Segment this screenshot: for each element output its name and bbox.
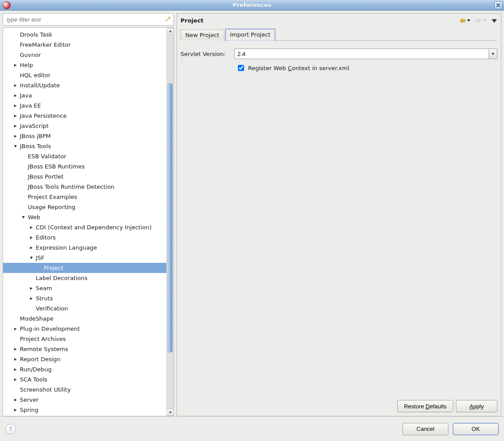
cancel-button[interactable]: Cancel (402, 423, 448, 435)
tree-item[interactable]: Project Archives (3, 334, 166, 344)
tree-item-label: Drools Task (18, 31, 53, 38)
tree-item-label: ESB Validator (26, 153, 66, 160)
tree-twisty-closed-icon[interactable] (13, 123, 18, 129)
tree-twisty-closed-icon[interactable] (29, 244, 34, 251)
servlet-version-input[interactable] (234, 49, 489, 59)
tree-item[interactable]: Report Design (3, 354, 166, 364)
register-context-label: Register Web Context in server.xml (248, 65, 349, 71)
tree-item[interactable]: ModeShape (3, 314, 166, 324)
tree-item[interactable]: Spring (3, 405, 166, 415)
tree-twisty-open-icon[interactable] (21, 214, 26, 220)
tree-item[interactable]: JBoss ESB Runtimes (3, 161, 166, 172)
svg-marker-8 (14, 135, 17, 138)
tree-item[interactable]: Struts (3, 293, 166, 303)
tree-item[interactable]: Project Examples (3, 192, 166, 202)
tree-item[interactable]: Drools Task (3, 30, 166, 40)
tree-item[interactable]: ESB Validator (3, 151, 166, 161)
tree-item[interactable]: JBoss Tools (3, 141, 166, 151)
tree-item[interactable]: Screenshot Utility (3, 385, 166, 395)
button-label: Cancel (417, 426, 434, 432)
tree-item[interactable]: JBoss Portlet (3, 172, 166, 182)
tree-twisty-closed-icon[interactable] (13, 376, 18, 383)
tree-container: Drools TaskFreeMarker EditorGuvnorHelpHQ… (3, 27, 174, 416)
tree-twisty-open-icon[interactable] (29, 254, 34, 261)
tab-label: New Project (185, 32, 219, 38)
tree-item[interactable]: CDI (Context and Dependency Injection) (3, 222, 166, 232)
tree-item[interactable]: Seam (3, 283, 166, 293)
tree-twisty-open-icon[interactable] (13, 143, 18, 149)
tree-scrollbar[interactable] (166, 28, 173, 416)
svg-marker-2 (14, 64, 17, 67)
help-button[interactable]: ? (5, 424, 16, 434)
tree-item[interactable]: JSF (3, 253, 166, 263)
tab-new-project[interactable]: New Project (181, 30, 224, 41)
label-part: Restore (404, 403, 425, 410)
scroll-up-icon[interactable] (167, 28, 173, 35)
tree-twisty-closed-icon[interactable] (13, 92, 18, 99)
tree-twisty-closed-icon[interactable] (13, 325, 18, 332)
svg-marker-5 (14, 105, 17, 107)
tree-twisty-closed-icon[interactable] (13, 407, 18, 413)
nav-forward-button[interactable] (475, 17, 487, 24)
tree-item[interactable]: Expression Language (3, 243, 166, 253)
scroll-track[interactable] (167, 35, 173, 409)
tree-twisty-closed-icon[interactable] (29, 295, 34, 302)
tree-item[interactable]: FreeMarker Editor (3, 40, 166, 50)
tree-twisty-closed-icon[interactable] (13, 356, 18, 363)
combo-drop-button[interactable] (489, 49, 497, 59)
tree-item-label: JBoss Tools Runtime Detection (26, 183, 114, 190)
tree-twisty-closed-icon[interactable] (13, 366, 18, 373)
svg-marker-30 (492, 19, 497, 22)
tree-twisty-closed-icon[interactable] (13, 133, 18, 139)
ok-button[interactable]: OK (453, 423, 499, 435)
tree-item[interactable]: Server (3, 395, 166, 405)
tree-item[interactable]: Run/Debug (3, 364, 166, 374)
tree-item-label: FreeMarker Editor (18, 41, 71, 48)
svg-marker-7 (14, 125, 17, 127)
tree-item[interactable]: JBoss Tools Runtime Detection (3, 182, 166, 192)
tree-item[interactable]: Label Decorations (3, 273, 166, 283)
tree-item[interactable]: Java (3, 90, 166, 101)
filter-input[interactable] (3, 13, 174, 26)
tree-item[interactable]: Usage Reporting (3, 202, 166, 212)
filter-clear-icon[interactable] (164, 16, 171, 23)
register-context-checkbox[interactable] (238, 65, 244, 71)
tree-twisty-closed-icon[interactable] (13, 346, 18, 352)
tree-twisty-closed-icon[interactable] (13, 396, 18, 403)
tree-item[interactable]: Help (3, 60, 166, 70)
scroll-thumb[interactable] (168, 83, 173, 352)
tree-item[interactable]: Java EE (3, 101, 166, 111)
servlet-version-combo[interactable] (234, 49, 497, 59)
svg-marker-23 (14, 409, 17, 411)
tree-item[interactable]: Java Persistence (3, 111, 166, 121)
apply-button[interactable]: Apply (456, 400, 497, 412)
tree-item[interactable]: SCA Tools (3, 374, 166, 385)
restore-defaults-button[interactable]: Restore Defaults (397, 400, 453, 412)
tree-item[interactable]: Editors (3, 232, 166, 243)
tree-twisty-closed-icon[interactable] (29, 224, 34, 231)
tree-twisty-closed-icon[interactable] (13, 112, 18, 119)
tree-scroll[interactable]: Drools TaskFreeMarker EditorGuvnorHelpHQ… (3, 28, 166, 416)
tree-item[interactable]: Remote Systems (3, 344, 166, 354)
chevron-down-icon (482, 17, 487, 24)
tree-item-label: Editors (34, 234, 56, 241)
tree-item[interactable]: Guvnor (3, 50, 166, 60)
tree-item[interactable]: Install/Update (3, 80, 166, 90)
scroll-down-icon[interactable] (167, 409, 173, 416)
tree-twisty-closed-icon[interactable] (13, 82, 18, 89)
tree-twisty-closed-icon[interactable] (13, 62, 18, 68)
nav-back-button[interactable] (459, 17, 471, 24)
tree-item[interactable]: Verification (3, 303, 166, 314)
view-menu-button[interactable] (491, 18, 497, 23)
tree-item[interactable]: JBoss jBPM (3, 131, 166, 141)
tab-import-project[interactable]: Import Project (225, 29, 275, 41)
tree-item[interactable]: Web (3, 212, 166, 222)
tree-twisty-closed-icon[interactable] (29, 285, 34, 292)
close-button[interactable] (494, 1, 502, 9)
tree-item[interactable]: Project (3, 263, 166, 273)
tree-twisty-closed-icon[interactable] (29, 234, 34, 241)
tree-twisty-closed-icon[interactable] (13, 102, 18, 109)
tree-item[interactable]: JavaScript (3, 121, 166, 131)
tree-item[interactable]: Plug-in Development (3, 324, 166, 334)
tree-item[interactable]: HQL editor (3, 70, 166, 80)
